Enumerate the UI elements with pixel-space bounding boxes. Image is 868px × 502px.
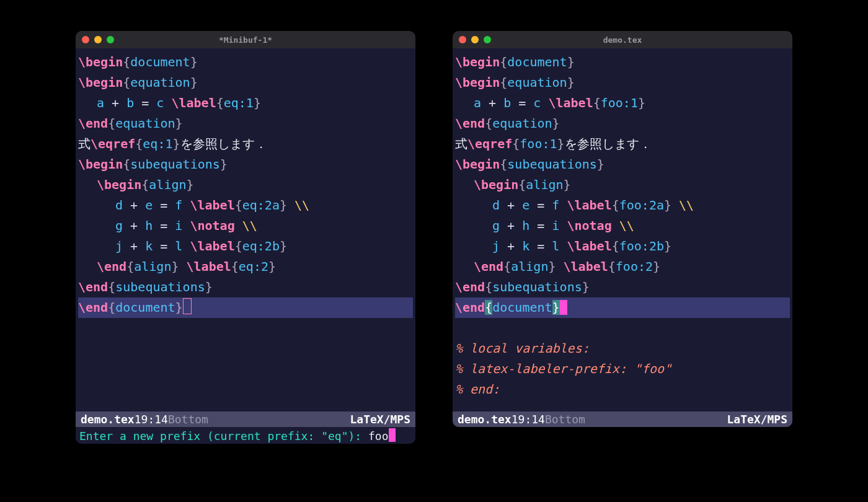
- minimize-icon[interactable]: [94, 36, 102, 43]
- close-icon[interactable]: [459, 36, 466, 43]
- minibuffer-prompt: Enter a new prefix (current prefix: "eq"…: [79, 429, 368, 443]
- cursor-icon: [183, 298, 192, 314]
- current-line: \end{document}: [455, 297, 790, 318]
- window-title: *Minibuf-1*: [76, 35, 415, 45]
- local-var-comment: % end:: [455, 382, 500, 397]
- latex-command: \begin: [78, 55, 123, 69]
- titlebar[interactable]: demo.tex: [453, 31, 792, 48]
- zoom-icon[interactable]: [484, 36, 491, 43]
- cursor-icon: [389, 428, 396, 442]
- minimize-icon[interactable]: [471, 36, 479, 43]
- matched-brace: {: [485, 300, 492, 315]
- matched-brace: }: [552, 300, 560, 315]
- minibuffer-input[interactable]: foo: [368, 429, 389, 443]
- titlebar[interactable]: *Minibuf-1*: [76, 31, 415, 48]
- current-line: \end{document}: [78, 297, 413, 318]
- close-icon[interactable]: [82, 36, 89, 43]
- modeline: demo.tex 19:14 BottomLaTeX/MPS: [76, 412, 415, 427]
- zoom-icon[interactable]: [107, 36, 114, 43]
- modeline: demo.tex 19:14 BottomLaTeX/MPS: [453, 412, 792, 427]
- cursor-icon: [560, 300, 567, 315]
- minibuffer[interactable]: Enter a new prefix (current prefix: "eq"…: [76, 427, 415, 444]
- editor-window-right: demo.tex \begin{document} \begin{equatio…: [453, 31, 792, 427]
- editor-buffer[interactable]: \begin{document} \begin{equation} a + b …: [453, 48, 792, 412]
- local-var-comment: % latex-labeler-prefix: "foo": [455, 361, 671, 376]
- local-var-comment: % local variables:: [455, 341, 590, 356]
- window-title: demo.tex: [453, 35, 792, 45]
- editor-buffer[interactable]: \begin{document} \begin{equation} a + b …: [76, 48, 415, 412]
- editor-window-left: *Minibuf-1* \begin{document} \begin{equa…: [76, 31, 415, 444]
